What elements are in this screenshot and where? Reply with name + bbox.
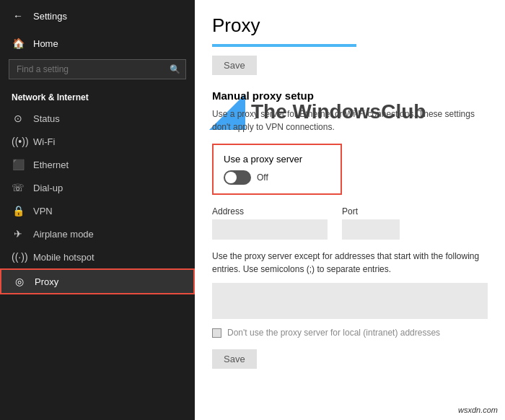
sidebar-item-vpn[interactable]: 🔒 VPN [0,199,195,222]
proxy-toggle-box: Use a proxy server Off [212,144,342,195]
local-checkbox-row: Don't use the proxy server for local (in… [212,328,488,338]
search-box: 🔍 [9,59,186,79]
main-content: The WindowsClub Proxy Save Manual proxy … [195,0,505,420]
sidebar-item-home[interactable]: 🏠 Home [0,32,195,55]
address-port-row: Address Port [212,206,488,240]
page-title: Proxy [212,14,488,37]
sidebar-header: ← Settings [0,0,195,32]
vpn-icon: 🔒 [12,205,25,216]
toggle-label: Use a proxy server [224,154,330,165]
sidebar-item-label: Ethernet [33,159,69,170]
sidebar-item-label: Dial-up [33,183,63,193]
proxy-toggle[interactable] [224,170,251,185]
sidebar-item-wifi[interactable]: ((•)) Wi-Fi [0,130,195,153]
search-icon: 🔍 [170,64,180,74]
sidebar-item-label: Status [33,113,60,124]
address-label: Address [212,206,328,216]
port-label: Port [342,206,400,216]
sidebar: ← Settings 🏠 Home 🔍 Network & Internet ⊙… [0,0,195,420]
except-description: Use the proxy server except for addresse… [212,250,488,276]
progress-bar [212,44,356,47]
sidebar-section-title: Network & Internet [0,84,195,107]
watermark-brand: wsxdn.com [458,406,498,414]
wifi-icon: ((•)) [12,136,25,147]
toggle-row: Off [224,170,330,185]
local-checkbox-label: Don't use the proxy server for local (in… [227,328,440,338]
port-input[interactable] [342,219,400,240]
sidebar-item-ethernet[interactable]: ⬛ Ethernet [0,153,195,176]
sidebar-title: Settings [33,11,67,22]
search-input[interactable] [9,59,186,79]
dialup-icon: ☏ [12,182,25,193]
sidebar-item-label: Proxy [35,276,58,287]
manual-proxy-description: Use a proxy server for Ethernet or Wi-Fi… [212,108,488,134]
save-button-bottom[interactable]: Save [212,349,257,369]
hotspot-icon: ((·)) [12,251,25,263]
address-field-group: Address [212,206,328,240]
local-checkbox[interactable] [212,328,221,338]
sidebar-item-label: Mobile hotspot [33,252,95,263]
port-field-group: Port [342,206,400,240]
sidebar-item-dialup[interactable]: ☏ Dial-up [0,176,195,199]
back-button[interactable]: ← [9,7,27,25]
sidebar-item-proxy[interactable]: ◎ Proxy [0,268,195,294]
proxy-icon: ◎ [13,276,26,287]
sidebar-item-label: Wi-Fi [33,136,55,147]
save-button-top[interactable]: Save [212,56,257,75]
status-icon: ⊙ [12,113,25,124]
sidebar-item-label: Airplane mode [33,229,94,240]
address-input[interactable] [212,219,328,240]
manual-proxy-heading: Manual proxy setup [212,89,488,102]
sidebar-item-status[interactable]: ⊙ Status [0,107,195,130]
sidebar-item-hotspot[interactable]: ((·)) Mobile hotspot [0,245,195,268]
except-input[interactable] [212,283,488,319]
ethernet-icon: ⬛ [12,159,25,170]
toggle-state-label: Off [257,172,268,183]
sidebar-item-label: VPN [33,206,53,216]
sidebar-item-airplane[interactable]: ✈ Airplane mode [0,222,195,245]
airplane-icon: ✈ [12,228,25,240]
home-icon: 🏠 [12,38,25,49]
home-label: Home [33,38,58,49]
